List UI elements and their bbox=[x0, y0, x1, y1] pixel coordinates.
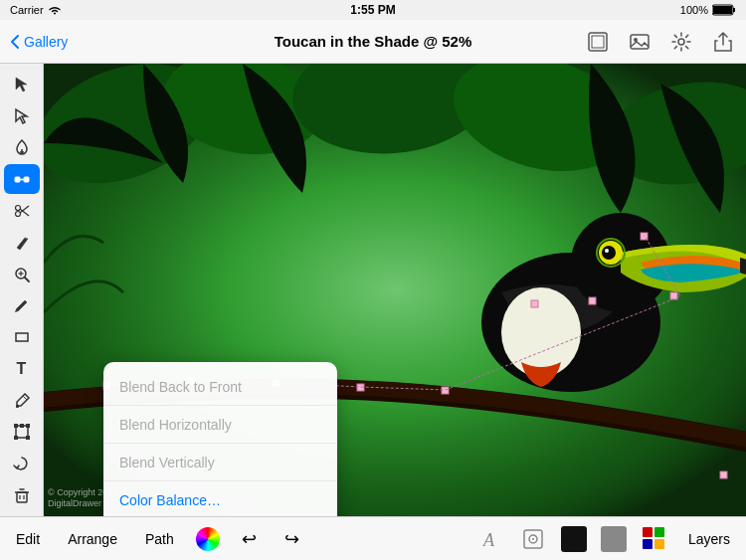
document-title: Toucan in the Shade @ 52% bbox=[275, 33, 472, 50]
svg-rect-29 bbox=[17, 492, 27, 502]
svg-rect-25 bbox=[26, 424, 30, 428]
back-label: Gallery bbox=[24, 34, 68, 50]
back-button[interactable]: Gallery bbox=[10, 34, 68, 50]
pen-icon bbox=[13, 138, 31, 156]
gray-square-button[interactable] bbox=[601, 526, 627, 552]
svg-rect-57 bbox=[720, 471, 727, 478]
blend-horizontally-menu-item: Blend Horizontally bbox=[103, 406, 337, 444]
color-picker-button[interactable] bbox=[196, 527, 220, 551]
rectangle-icon bbox=[13, 328, 31, 346]
transform-icon bbox=[13, 423, 31, 441]
knife-icon bbox=[13, 234, 31, 252]
share-button[interactable] bbox=[710, 29, 736, 55]
select-tool-button[interactable] bbox=[4, 70, 40, 99]
nav-bar: Gallery Toucan in the Shade @ 52% bbox=[0, 20, 746, 64]
svg-point-46 bbox=[605, 249, 609, 253]
status-time: 1:55 PM bbox=[350, 3, 395, 17]
main-content: T bbox=[0, 64, 746, 516]
trash-icon bbox=[13, 486, 31, 504]
eyedropper-tool-button[interactable] bbox=[4, 386, 40, 416]
pencil-icon bbox=[13, 296, 31, 314]
black-square-button[interactable] bbox=[561, 526, 587, 552]
svg-point-42 bbox=[501, 287, 581, 377]
nav-actions bbox=[585, 29, 736, 55]
magnifier-icon bbox=[13, 266, 31, 283]
node-tool-button[interactable] bbox=[4, 164, 40, 194]
rotate-tool-button[interactable] bbox=[4, 449, 40, 478]
delete-tool-button[interactable] bbox=[4, 480, 40, 510]
bottom-right-icons: A Layers bbox=[477, 525, 736, 553]
svg-rect-52 bbox=[442, 387, 449, 394]
svg-rect-20 bbox=[16, 333, 28, 341]
svg-rect-65 bbox=[654, 539, 664, 549]
status-bar: Carrier 1:55 PM 100% bbox=[0, 0, 746, 20]
edit-menu-button[interactable]: Edit bbox=[10, 527, 46, 551]
transform-tool-button[interactable] bbox=[4, 418, 40, 448]
text-tool-label: T bbox=[17, 360, 27, 378]
pen-tool-button[interactable] bbox=[4, 133, 40, 163]
svg-rect-5 bbox=[631, 35, 649, 49]
settings-button[interactable] bbox=[668, 29, 694, 55]
svg-point-45 bbox=[602, 246, 616, 260]
select-arrow-icon bbox=[13, 76, 31, 93]
focus-icon bbox=[521, 527, 545, 551]
svg-rect-53 bbox=[531, 300, 538, 307]
canvas-area[interactable]: © Copyright 2011 DigitalDrawer Blend Bac… bbox=[44, 64, 746, 516]
blend-vertically-menu-item: Blend Vertically bbox=[103, 444, 337, 481]
svg-point-61 bbox=[532, 538, 534, 540]
svg-rect-27 bbox=[26, 436, 30, 440]
frame-button[interactable] bbox=[585, 29, 611, 55]
copyright-line2: DigitalDrawer bbox=[48, 498, 101, 508]
context-menu: Blend Back to Front Blend Horizontally B… bbox=[103, 362, 337, 516]
mosaic-button[interactable] bbox=[641, 525, 668, 553]
svg-point-12 bbox=[15, 212, 20, 217]
svg-rect-26 bbox=[14, 436, 18, 440]
toolbar: T bbox=[0, 64, 44, 516]
text-style-button[interactable]: A bbox=[477, 525, 505, 553]
blend-front-menu-item: Blend Back to Front bbox=[103, 368, 337, 406]
svg-rect-62 bbox=[643, 527, 653, 537]
rotate-icon bbox=[13, 455, 31, 472]
gear-icon bbox=[670, 31, 692, 53]
svg-rect-54 bbox=[589, 297, 596, 304]
svg-rect-1 bbox=[733, 8, 735, 12]
bottom-bar: Edit Arrange Path ↩ ↪ A bbox=[0, 516, 746, 560]
svg-rect-64 bbox=[643, 539, 653, 549]
scissors-tool-button[interactable] bbox=[4, 196, 40, 226]
svg-rect-63 bbox=[654, 527, 664, 537]
path-menu-button[interactable]: Path bbox=[139, 527, 180, 551]
pencil-tool-button[interactable] bbox=[4, 290, 40, 320]
direct-select-tool-button[interactable] bbox=[4, 101, 40, 131]
carrier-label: Carrier bbox=[10, 4, 44, 16]
battery-label: 100% bbox=[680, 4, 708, 16]
knife-tool-button[interactable] bbox=[4, 228, 40, 258]
layers-button[interactable]: Layers bbox=[682, 527, 736, 551]
battery-icon bbox=[712, 4, 736, 16]
zoom-tool-button[interactable] bbox=[4, 260, 40, 289]
svg-point-13 bbox=[15, 206, 20, 211]
svg-rect-10 bbox=[15, 177, 20, 182]
color-balance-menu-item[interactable]: Color Balance… bbox=[103, 481, 337, 516]
svg-rect-11 bbox=[24, 177, 29, 182]
eyedropper-icon bbox=[13, 392, 31, 410]
direct-select-icon bbox=[13, 107, 31, 125]
arrange-menu-button[interactable]: Arrange bbox=[62, 527, 123, 551]
node-icon bbox=[13, 170, 31, 188]
frame-icon bbox=[587, 31, 609, 53]
svg-line-21 bbox=[23, 396, 27, 400]
svg-rect-24 bbox=[14, 424, 18, 428]
svg-rect-28 bbox=[20, 424, 24, 428]
text-tool-button[interactable]: T bbox=[4, 354, 40, 384]
svg-point-7 bbox=[678, 39, 684, 45]
svg-rect-2 bbox=[713, 6, 732, 14]
focus-button[interactable] bbox=[519, 525, 547, 553]
mosaic-icon bbox=[642, 526, 667, 552]
svg-rect-4 bbox=[592, 36, 604, 48]
rectangle-tool-button[interactable] bbox=[4, 322, 40, 352]
image-button[interactable] bbox=[627, 29, 653, 55]
back-chevron-icon bbox=[10, 34, 20, 50]
scissors-icon bbox=[13, 202, 31, 220]
redo-button[interactable]: ↪ bbox=[279, 524, 305, 554]
wifi-icon bbox=[48, 5, 62, 15]
undo-button[interactable]: ↩ bbox=[236, 524, 263, 554]
